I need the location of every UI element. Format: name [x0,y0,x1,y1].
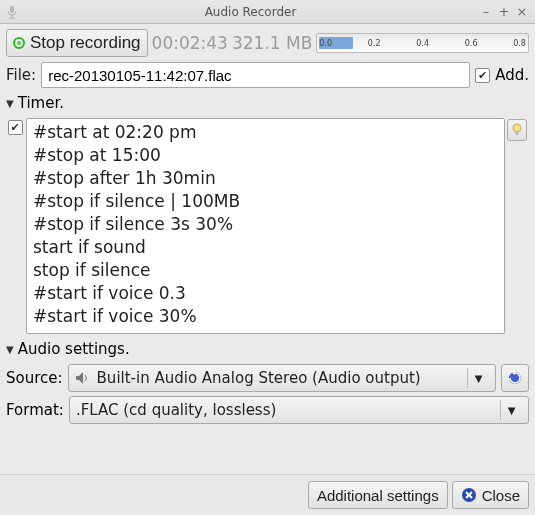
level-tick: 0.4 [416,39,429,48]
timer-line: #stop at 15:00 [33,144,498,167]
level-tick: 0.6 [465,39,478,48]
record-icon [13,37,25,49]
triangle-down-icon: ▼ [6,344,14,355]
maximize-button[interactable]: + [497,5,511,19]
timer-line: #stop if silence 3s 30% [33,213,498,236]
chevron-down-icon: ▼ [500,400,522,420]
timer-line: stop if silence [33,259,498,282]
additional-settings-label: Additional settings [317,487,439,504]
file-label: File: [6,66,36,84]
source-label: Source: [6,369,63,387]
close-icon [461,487,477,503]
record-button[interactable]: Stop recording [6,29,148,57]
level-tick: 0.2 [368,39,381,48]
timer-line: #start if voice 30% [33,305,498,328]
level-tick: 0.8 [513,39,526,48]
audio-settings-expander[interactable]: ▼ Audio settings. [6,338,529,360]
timer-textarea[interactable]: #start at 02:20 pm #stop at 15:00 #stop … [26,118,505,334]
close-label: Close [482,487,520,504]
timer-expander[interactable]: ▼ Timer. [6,92,529,114]
format-select[interactable]: .FLAC (cd quality, lossless) ▼ [69,396,529,424]
additional-settings-button[interactable]: Additional settings [308,481,448,509]
mic-icon [6,5,20,19]
timer-line: #stop if silence | 100MB [33,190,498,213]
audio-settings-header-label: Audio settings. [18,340,130,358]
svg-rect-4 [516,132,519,135]
chevron-down-icon: ▼ [467,368,489,388]
file-size: 321.1 MB [232,33,312,53]
format-value: .FLAC (cd quality, lossless) [76,401,276,419]
add-label: Add. [495,66,529,84]
speaker-icon [75,371,91,385]
level-tick: 0.0 [319,39,332,48]
refresh-sources-button[interactable] [501,364,529,392]
timer-line: #start if voice 0.3 [33,282,498,305]
triangle-down-icon: ▼ [6,98,14,109]
add-checkbox[interactable]: ✔ [475,68,490,83]
minimize-button[interactable]: – [479,5,493,19]
svg-rect-0 [10,6,14,13]
titlebar: Audio Recorder – + × [0,0,535,24]
timer-line: #stop after 1h 30min [33,167,498,190]
window-title: Audio Recorder [26,5,475,19]
timer-enable-checkbox[interactable]: ✔ [8,120,23,135]
timer-header-label: Timer. [18,94,64,112]
close-window-button[interactable]: × [515,5,529,19]
timer-line: start if sound [33,236,498,259]
format-label: Format: [6,401,64,419]
hint-button[interactable] [507,119,527,141]
close-button[interactable]: Close [452,481,529,509]
filename-input[interactable] [41,62,470,88]
svg-marker-5 [76,372,83,384]
refresh-icon [507,370,523,386]
source-select[interactable]: Built-in Audio Analog Stereo (Audio outp… [68,364,496,392]
source-value: Built-in Audio Analog Stereo (Audio outp… [97,369,421,387]
level-meter: 0.0 0.2 0.4 0.6 0.8 [316,33,529,53]
record-button-label: Stop recording [30,33,141,53]
bulb-icon [511,123,523,137]
elapsed-time: 00:02:43 [152,33,228,53]
timer-line: #start at 02:20 pm [33,121,498,144]
svg-point-3 [513,124,521,132]
